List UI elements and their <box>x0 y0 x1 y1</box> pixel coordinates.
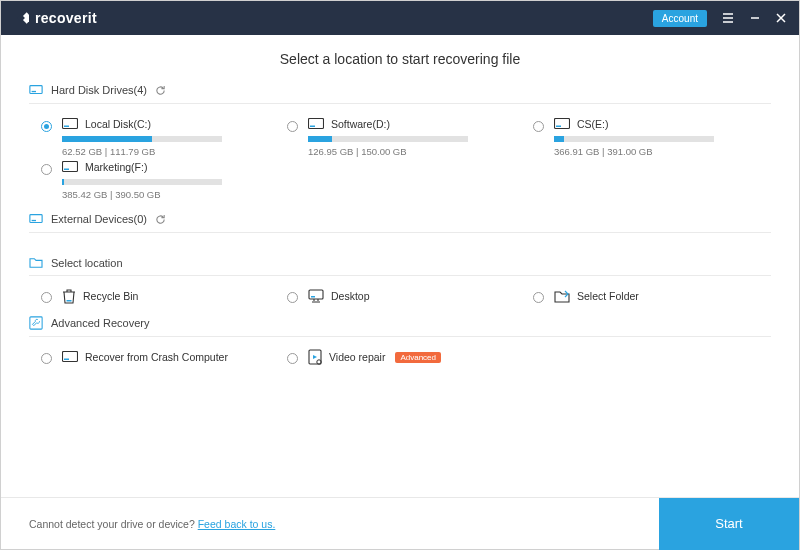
location-desktop[interactable]: Desktop <box>287 288 513 304</box>
disk-icon <box>554 118 570 130</box>
section-head-location: Select location <box>29 257 771 276</box>
svg-rect-16 <box>311 296 315 298</box>
drive-size: 126.95 GB | 150.00 GB <box>308 146 513 157</box>
drive-size: 62.52 GB | 111.79 GB <box>62 146 267 157</box>
location-label: Desktop <box>331 290 370 302</box>
section-head-external: External Devices(0) <box>29 212 771 233</box>
section-head-advanced: Advanced Recovery <box>29 316 771 337</box>
radio-desktop[interactable] <box>287 292 298 303</box>
svg-rect-19 <box>64 359 69 361</box>
minimize-icon[interactable] <box>749 12 761 24</box>
refresh-icon[interactable] <box>155 214 166 225</box>
desktop-icon <box>308 289 324 303</box>
advanced-video-repair[interactable]: Video repair Advanced <box>287 349 513 365</box>
usage-bar <box>62 179 64 185</box>
feedback-link[interactable]: Feed back to us. <box>198 518 276 530</box>
advanced-label: Recover from Crash Computer <box>85 351 228 363</box>
svg-rect-9 <box>556 126 561 128</box>
radio-video-repair[interactable] <box>287 353 298 364</box>
external-icon <box>29 212 43 226</box>
disk-icon <box>308 118 324 130</box>
radio-crash-computer[interactable] <box>41 353 52 364</box>
location-recycle-bin[interactable]: Recycle Bin <box>41 288 267 304</box>
svg-rect-7 <box>310 126 315 128</box>
drive-size: 366.91 GB | 391.00 GB <box>554 146 759 157</box>
drive-item-cs-e[interactable]: CS(E:) 366.91 GB | 391.00 GB <box>533 118 759 157</box>
section-label-drives: Hard Disk Drives(4) <box>51 84 147 96</box>
logo-text: recoverit <box>35 10 97 26</box>
advanced-label: Video repair <box>329 351 385 363</box>
drive-name: Local Disk(C:) <box>85 118 151 130</box>
refresh-icon[interactable] <box>155 85 166 96</box>
folder-icon <box>29 257 43 269</box>
radio-software-d[interactable] <box>287 121 298 132</box>
select-folder-icon <box>554 290 570 303</box>
disk-icon <box>62 161 78 173</box>
radio-marketing-f[interactable] <box>41 164 52 175</box>
wrench-icon <box>29 316 43 330</box>
footer: Cannot detect your drive or device? Feed… <box>1 497 799 549</box>
svg-rect-5 <box>64 126 69 128</box>
svg-rect-13 <box>32 220 36 221</box>
video-repair-icon <box>308 349 322 365</box>
drive-item-software-d[interactable]: Software(D:) 126.95 GB | 150.00 GB <box>287 118 513 157</box>
usage-bar <box>554 136 564 142</box>
close-icon[interactable] <box>775 12 787 24</box>
radio-recycle-bin[interactable] <box>41 292 52 303</box>
drive-item-local-c[interactable]: Local Disk(C:) 62.52 GB | 111.79 GB <box>41 118 267 157</box>
drive-icon <box>29 83 43 97</box>
svg-rect-2 <box>30 86 42 94</box>
drive-size: 385.42 GB | 390.50 GB <box>62 189 267 200</box>
section-label-external: External Devices(0) <box>51 213 147 225</box>
svg-rect-14 <box>67 300 72 302</box>
menu-icon[interactable] <box>721 11 735 25</box>
advanced-crash-computer[interactable]: Recover from Crash Computer <box>41 349 267 365</box>
page-title: Select a location to start recovering fi… <box>29 51 771 67</box>
location-label: Select Folder <box>577 290 639 302</box>
location-select-folder[interactable]: Select Folder <box>533 288 759 304</box>
svg-rect-15 <box>309 290 323 299</box>
radio-select-folder[interactable] <box>533 292 544 303</box>
advanced-badge: Advanced <box>395 352 441 363</box>
start-button[interactable]: Start <box>659 498 799 550</box>
svg-rect-3 <box>32 91 36 92</box>
disk-icon <box>62 351 78 363</box>
radio-cs-e[interactable] <box>533 121 544 132</box>
logo-icon <box>13 10 29 26</box>
section-label-location: Select location <box>51 257 123 269</box>
account-button[interactable]: Account <box>653 10 707 27</box>
footer-text: Cannot detect your drive or device? Feed… <box>29 518 275 530</box>
section-head-drives: Hard Disk Drives(4) <box>29 83 771 104</box>
drive-name: Software(D:) <box>331 118 390 130</box>
svg-rect-11 <box>64 169 69 171</box>
app-logo: recoverit <box>13 10 97 26</box>
recycle-bin-icon <box>62 288 76 304</box>
section-label-advanced: Advanced Recovery <box>51 317 149 329</box>
location-label: Recycle Bin <box>83 290 138 302</box>
radio-local-c[interactable] <box>41 121 52 132</box>
disk-icon <box>62 118 78 130</box>
drive-name: Marketing(F:) <box>85 161 147 173</box>
titlebar: recoverit Account <box>1 1 799 35</box>
usage-bar <box>308 136 332 142</box>
drive-item-marketing-f[interactable]: Marketing(F:) 385.42 GB | 390.50 GB <box>41 161 267 200</box>
svg-rect-12 <box>30 215 42 223</box>
usage-bar <box>62 136 152 142</box>
drive-name: CS(E:) <box>577 118 609 130</box>
main-area: Select a location to start recovering fi… <box>1 35 799 497</box>
